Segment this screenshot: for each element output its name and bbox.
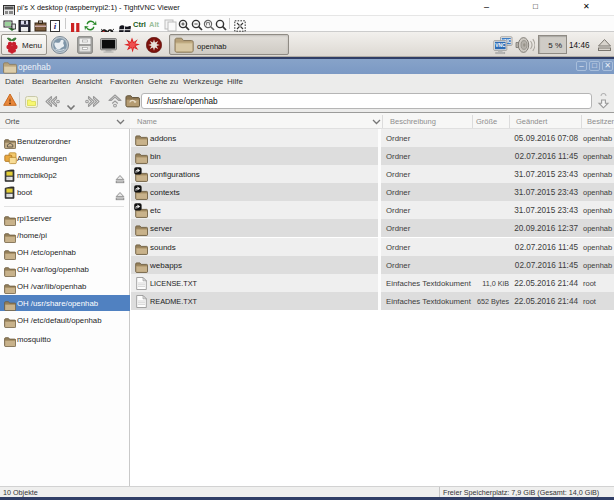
svg-text:VNC: VNC xyxy=(495,43,506,48)
